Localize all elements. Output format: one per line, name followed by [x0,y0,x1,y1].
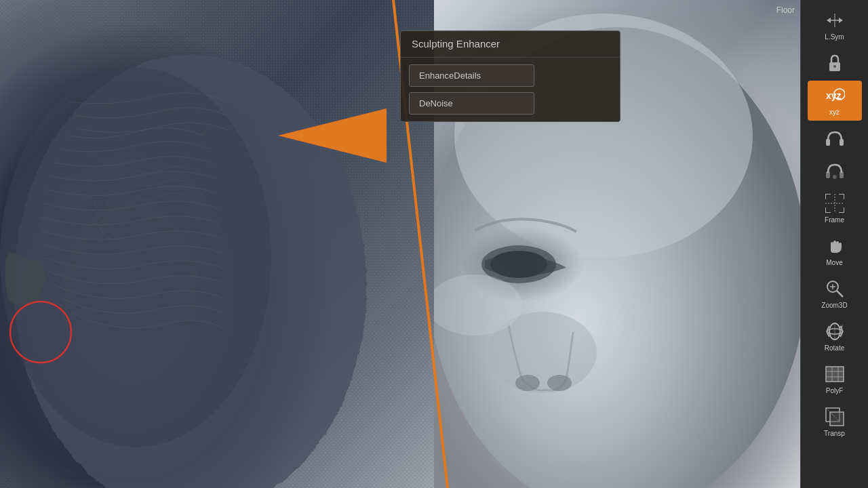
transp-label: Transp [824,430,845,438]
transp-icon [824,406,846,428]
panel-body: EnhanceDetails DeNoise [401,58,620,121]
sidebar-item-polyf[interactable]: PolyF [808,359,862,399]
move-label: Move [826,259,842,267]
floor-label: Floor [776,5,795,15]
sidebar-item-lock[interactable] [808,48,862,78]
svg-text:+: + [837,92,841,98]
svg-rect-38 [826,367,844,382]
svg-marker-16 [839,18,843,23]
svg-rect-25 [826,171,830,178]
rotate-label: Rotate [825,344,844,352]
sidebar-item-move[interactable]: Move [808,231,862,271]
rotate-icon [824,321,846,342]
xyz-icon: xyz + [824,85,846,106]
sidebar-item-zoom3d[interactable]: Zoom3D [808,274,862,314]
zoom3d-label: Zoom3D [821,302,847,310]
lsym-label: L.Sym [825,33,844,41]
sidebar-item-frame[interactable]: Frame [808,188,862,228]
sidebar-item-transp[interactable]: Transp [808,402,862,442]
svg-rect-24 [840,139,844,146]
svg-point-27 [833,175,837,179]
denoise-button[interactable]: DeNoise [409,92,534,115]
frame-icon [824,192,846,214]
right-sidebar: L.Sym xyz + xyz [800,0,868,488]
svg-point-9 [547,375,572,391]
svg-point-8 [515,375,540,391]
move-icon [824,235,846,257]
svg-line-31 [837,291,843,297]
svg-rect-23 [826,139,830,146]
zoom3d-icon [824,278,846,300]
sidebar-item-lsym[interactable]: L.Sym [808,5,862,45]
svg-point-1 [0,68,271,447]
svg-point-19 [833,65,836,68]
polyf-label: PolyF [826,387,844,395]
headphones1-icon [824,127,846,149]
enhance-details-button[interactable]: EnhanceDetails [409,64,534,87]
panel-title: Sculpting Enhancer [412,38,500,49]
svg-rect-26 [840,171,844,178]
headphones2-icon [824,160,846,182]
lsym-icon [824,9,846,31]
sidebar-item-headphones2[interactable] [808,156,862,186]
sidebar-item-rotate[interactable]: Rotate [808,317,862,357]
polyf-icon [824,363,846,385]
panel-title-bar: Sculpting Enhancer [401,31,620,58]
sculpting-panel: Sculpting Enhancer EnhanceDetails DeNois… [400,30,620,122]
sidebar-item-headphones1[interactable] [808,123,862,153]
frame-label: Frame [825,216,844,224]
svg-marker-15 [827,18,831,23]
xyz-label: xyz [829,108,840,117]
lock-icon [824,52,846,74]
sidebar-item-xyz[interactable]: xyz + xyz [808,81,862,121]
